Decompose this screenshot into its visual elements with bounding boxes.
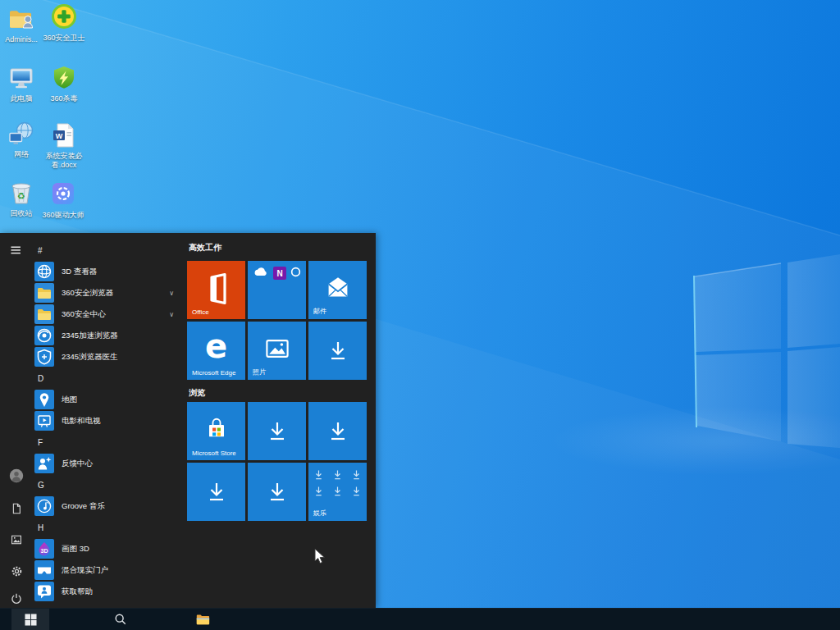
feedback-hub-icon [34, 454, 54, 473]
360-driver-icon [49, 180, 77, 208]
mixed-reality-icon [34, 560, 54, 580]
chevron-down-icon[interactable]: ∨ [169, 311, 174, 318]
maps-icon [34, 390, 54, 409]
360-safe-icon [50, 3, 78, 31]
groove-music-icon [34, 496, 54, 516]
user-folder-icon [7, 5, 35, 33]
download-icon [187, 463, 245, 521]
app-list-header[interactable]: D [33, 368, 185, 389]
tile-pending-download-5[interactable] [248, 463, 306, 521]
app-item-mixed-reality[interactable]: 混合现实门户 [33, 559, 185, 581]
2345-browser-icon [34, 326, 54, 345]
start-menu-app-list: # 3D 查看器 [33, 240, 185, 602]
desktop-icon-administrator[interactable]: Adminis... [0, 5, 43, 44]
desktop-icon-360-driver[interactable]: 360驱动大师 [36, 180, 90, 220]
start-menu-rail [0, 233, 33, 608]
svg-text:♻: ♻ [17, 191, 25, 202]
app-item-groove-music[interactable]: Groove 音乐 [33, 495, 185, 517]
paint-3d-icon: 3D [34, 539, 54, 559]
desktop-icon-label: 网络 [14, 150, 29, 159]
pictures-icon[interactable] [7, 531, 25, 549]
app-list-header[interactable]: # [33, 240, 185, 261]
documents-icon[interactable] [7, 500, 25, 518]
windows-logo-icon [25, 614, 37, 626]
download-icon [308, 402, 367, 460]
download-icon [308, 322, 367, 380]
mini-download-icons [308, 469, 367, 500]
search-icon [114, 613, 127, 626]
network-icon [7, 120, 35, 148]
tile-pending-download-4[interactable] [187, 463, 245, 521]
onenote-icon: N [273, 267, 286, 280]
desktop-icon-label: 回收站 [11, 209, 33, 218]
desktop-icon-network[interactable]: 网络 [0, 120, 43, 159]
desktop-icon-label: Adminis... [5, 35, 38, 44]
app-group-360-browser[interactable]: 360安全浏览器 ∨ [33, 282, 185, 304]
user-account-icon[interactable] [7, 467, 25, 485]
folder-icon [34, 304, 54, 324]
word-doc-icon: W [50, 121, 78, 149]
hamburger-menu-icon[interactable] [7, 241, 25, 259]
360-antivirus-icon [50, 64, 78, 92]
taskbar [0, 608, 840, 630]
download-icon [248, 463, 306, 521]
desktop-icon-label: 360驱动大师 [42, 211, 84, 220]
start-button[interactable] [11, 609, 49, 630]
tile-pending-download-3[interactable] [308, 402, 367, 460]
app-item-movies-tv[interactable]: 电影和电视 [33, 410, 185, 431]
app-item-3d-viewer[interactable]: 3D 查看器 [33, 261, 185, 282]
desktop-icon-word-doc[interactable]: W 系统安装必 看.docx [39, 121, 89, 170]
folder-icon [34, 283, 54, 303]
recycle-bin-icon: ♻ [7, 179, 35, 207]
tile-group-header-productivity[interactable]: 高效工作 [189, 242, 221, 253]
taskbar-file-explorer-button[interactable] [186, 609, 219, 630]
start-menu: # 3D 查看器 [0, 233, 376, 608]
get-help-icon [34, 582, 54, 601]
tile-mail[interactable]: 邮件 [308, 261, 367, 319]
desktop-icon-360-safe[interactable]: 360安全卫士 [39, 3, 89, 43]
svg-text:3D: 3D [41, 548, 48, 554]
file-explorer-icon [195, 612, 210, 627]
tile-office[interactable]: Office [187, 261, 245, 319]
settings-gear-icon[interactable] [7, 562, 25, 580]
app-item-feedback-hub[interactable]: 反馈中心 [33, 453, 185, 474]
this-pc-icon [7, 64, 35, 92]
desktop-icon-label: 360安全卫士 [43, 34, 84, 43]
2345-doctor-icon [34, 347, 54, 367]
tile-photos[interactable]: 照片 [248, 322, 306, 380]
office-circle-icon [290, 266, 301, 281]
power-icon[interactable] [7, 590, 25, 608]
app-item-2345-doctor[interactable]: 2345浏览器医生 [33, 346, 185, 368]
desktop-icon-this-pc[interactable]: 此电脑 [0, 64, 43, 103]
tile-office-apps[interactable]: N [248, 261, 306, 319]
download-icon [248, 402, 306, 460]
app-item-get-help[interactable]: 获取帮助 [33, 581, 185, 602]
app-item-maps[interactable]: 地图 [33, 389, 185, 410]
tile-pending-download-1[interactable] [308, 322, 367, 380]
tile-microsoft-store[interactable]: Microsoft Store [187, 402, 245, 460]
desktop: Adminis... 360安全卫士 此电脑 [0, 0, 840, 630]
app-list-header[interactable]: G [33, 474, 185, 495]
tile-pending-download-2[interactable] [248, 402, 306, 460]
movies-tv-icon [34, 411, 54, 431]
desktop-icon-label: 360杀毒 [50, 94, 77, 103]
desktop-icon-label: 此电脑 [11, 94, 33, 103]
tile-microsoft-edge[interactable]: e Microsoft Edge [187, 322, 245, 380]
app-item-2345-browser[interactable]: 2345加速浏览器 [33, 325, 185, 346]
chevron-down-icon[interactable]: ∨ [169, 290, 174, 297]
desktop-icon-360-antivirus[interactable]: 360杀毒 [39, 64, 89, 103]
app-list-header[interactable]: H [33, 517, 185, 538]
3d-viewer-icon [34, 262, 54, 281]
app-item-paint-3d[interactable]: 3D 画图 3D [33, 538, 185, 559]
svg-text:W: W [56, 132, 63, 140]
tile-entertainment-folder[interactable]: 娱乐 [308, 463, 367, 521]
taskbar-search-button[interactable] [104, 609, 137, 630]
app-list-header[interactable]: F [33, 431, 185, 453]
desktop-icon-label: 系统安装必 看.docx [46, 152, 83, 170]
onedrive-icon [253, 266, 269, 281]
app-group-360-center[interactable]: 360安全中心 ∨ [33, 304, 185, 325]
